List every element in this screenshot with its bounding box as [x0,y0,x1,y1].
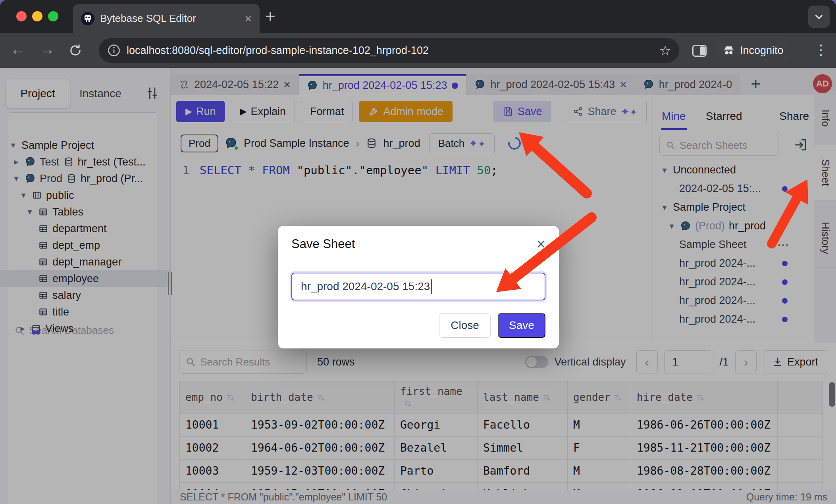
forward-button[interactable]: → [40,42,55,57]
side-panel-button[interactable] [692,45,707,57]
dialog-header: Save Sheet × [291,226,545,262]
window-zoom-button[interactable] [48,11,58,21]
incognito-label: Incognito [740,44,784,57]
window-minimize-button[interactable] [32,11,42,21]
dialog-actions: Close Save [291,313,545,338]
close-icon[interactable]: × [537,237,545,252]
browser-tab-close-icon[interactable]: × [245,13,252,25]
reload-button[interactable] [68,43,83,58]
tab-search-button[interactable] [808,6,830,28]
bookmark-star-icon[interactable]: ☆ [659,42,671,58]
url-bar[interactable]: localhost:8080/sql-editor/prod-sample-in… [99,38,679,63]
chevron-down-icon [814,12,824,22]
new-tab-button[interactable]: + [265,6,275,26]
browser-chrome: Bytebase SQL Editor × + ← → localhost:80… [0,0,836,68]
dialog-title: Save Sheet [291,237,355,251]
site-info-icon[interactable] [107,43,121,58]
save-sheet-dialog: Save Sheet × hr_prod 2024-02-05 15:23 Cl… [278,226,559,348]
text-caret [431,279,432,294]
window-close-button[interactable] [16,11,27,21]
confirm-save-label: Save [509,319,534,332]
incognito-badge: Incognito [714,38,792,63]
browser-tab[interactable]: Bytebase SQL Editor × [73,4,260,33]
browser-toolbar: ← → localhost:8080/sql-editor/prod-sampl… [0,33,836,68]
sheet-name-input[interactable]: hr_prod 2024-02-05 15:23 [291,273,545,300]
bytebase-favicon [81,12,94,25]
cancel-label: Close [451,319,479,332]
browser-menu-icon[interactable]: ⋮ [814,42,828,58]
screen: Bytebase SQL Editor × + ← → localhost:80… [0,0,836,504]
back-button[interactable]: ← [10,42,25,57]
confirm-save-button[interactable]: Save [498,313,545,338]
incognito-icon [722,44,735,57]
browser-tab-title: Bytebase SQL Editor [100,12,239,25]
browser-window: Bytebase SQL Editor × + ← → localhost:80… [0,0,836,504]
cancel-button[interactable]: Close [439,313,491,338]
sheet-name-value: hr_prod 2024-02-05 15:23 [301,280,430,293]
url-text: localhost:8080/sql-editor/prod-sample-in… [127,44,659,57]
browser-tabstrip: Bytebase SQL Editor × + [0,0,836,33]
